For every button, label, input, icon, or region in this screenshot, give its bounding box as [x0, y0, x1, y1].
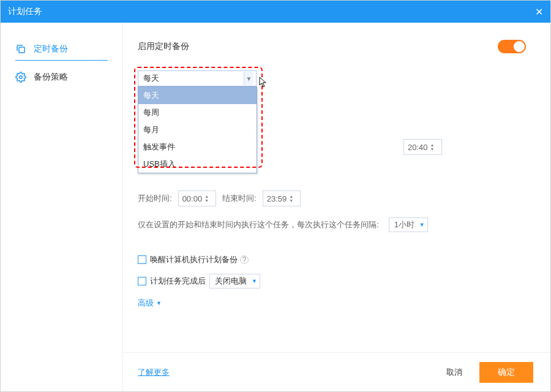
after-action-select[interactable]: 关闭电脑 ▼ — [209, 274, 260, 288]
frequency-dropdown: 每天 每周 每月 触发事件 USB插入 — [138, 86, 257, 173]
checkbox-icon[interactable] — [138, 255, 146, 264]
dropdown-option[interactable]: USB插入 — [138, 156, 257, 173]
dropdown-option[interactable]: 每周 — [138, 104, 257, 121]
help-icon[interactable]: ? — [240, 255, 249, 264]
close-icon[interactable]: ✕ — [535, 6, 543, 18]
cursor-icon — [259, 77, 268, 90]
chevron-down-icon: ▼ — [419, 222, 425, 228]
dropdown-option[interactable]: 每月 — [138, 121, 257, 138]
spinner-up-icon[interactable]: ▲ — [430, 143, 438, 147]
cancel-button[interactable]: 取消 — [446, 367, 462, 378]
svg-rect-0 — [19, 47, 24, 53]
start-time-input[interactable]: 00:00 ▲▼ — [178, 190, 217, 206]
advanced-link[interactable]: 高级 ▼ — [138, 298, 162, 309]
time-value: 20:40 — [408, 143, 428, 152]
start-time-label: 开始时间: — [138, 193, 172, 204]
spinner-up-icon[interactable]: ▲ — [204, 194, 212, 198]
interval-select[interactable]: 1小时 ▼ — [389, 217, 428, 232]
sidebar-item-label: 备份策略 — [34, 72, 68, 83]
wake-label: 唤醒计算机执行计划备份 — [150, 254, 238, 265]
spinner-down-icon[interactable]: ▼ — [204, 198, 212, 203]
learn-more-link[interactable]: 了解更多 — [138, 367, 170, 378]
footer: 了解更多 取消 确定 — [123, 352, 550, 391]
after-label: 计划任务完成后 — [150, 276, 206, 287]
time-spinner[interactable]: 20:40 ▲▼ — [403, 139, 442, 155]
spinner-down-icon[interactable]: ▼ — [430, 147, 438, 151]
end-time-input[interactable]: 23:59 ▲▼ — [263, 190, 301, 206]
copy-icon — [15, 43, 26, 55]
chevron-down-icon: ▼ — [252, 278, 257, 284]
enable-label: 启用定时备份 — [138, 41, 189, 52]
end-time-label: 结束时间: — [222, 193, 257, 204]
chevron-down-icon: ▼ — [156, 300, 162, 306]
chevron-down-icon: ▼ — [244, 72, 253, 85]
spinner-down-icon[interactable]: ▼ — [289, 198, 296, 203]
checkbox-icon[interactable] — [138, 277, 146, 285]
spinner-up-icon[interactable]: ▲ — [289, 194, 296, 198]
sidebar-item-backup-policy[interactable]: 备份策略 — [1, 63, 122, 91]
sidebar: 定时备份 备份策略 — [1, 23, 123, 391]
gear-icon — [15, 72, 26, 83]
frequency-value: 每天 — [143, 73, 159, 84]
sidebar-item-label: 定时备份 — [34, 43, 68, 55]
wake-checkbox-row[interactable]: 唤醒计算机执行计划备份 ? — [138, 254, 526, 265]
frequency-select[interactable]: 每天 ▼ — [138, 70, 257, 86]
svg-point-1 — [20, 76, 23, 79]
window-title: 计划任务 — [8, 6, 42, 17]
titlebar: 计划任务 ✕ — [1, 1, 550, 23]
dropdown-option[interactable]: 触发事件 — [138, 138, 257, 156]
interval-text: 仅在设置的开始和结束时间内执行这个任务，每次执行这个任务间隔: — [138, 219, 379, 230]
dropdown-option[interactable]: 每天 — [138, 87, 257, 104]
after-task-row[interactable]: 计划任务完成后 关闭电脑 ▼ — [138, 274, 526, 288]
confirm-button[interactable]: 确定 — [479, 362, 533, 383]
sidebar-item-scheduled-backup[interactable]: 定时备份 — [1, 35, 122, 63]
enable-toggle[interactable] — [498, 40, 526, 53]
